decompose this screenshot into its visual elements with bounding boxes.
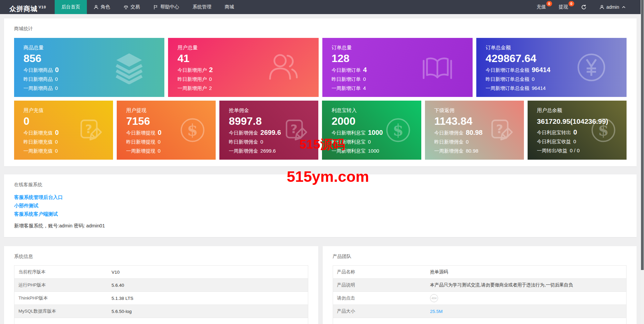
scrollbar-track[interactable]	[641, 0, 644, 324]
product-size-link[interactable]: 25.5M	[430, 309, 443, 314]
service-links: 客服系统管理后台入口 小部件测试 客服系统客户端测试	[14, 193, 627, 218]
main-menu: 后台首页 角色 交易 帮助中心 系统管理 商城	[55, 0, 241, 14]
table-row: 产品名称 抢单源码	[333, 266, 627, 279]
card-stat-line: 今日新增佣金2699.6	[229, 129, 318, 136]
card-stat-line: 今日利息宝转出0	[537, 129, 627, 136]
table-row: MySQL数据库版本 5.6.50-log	[14, 305, 308, 318]
withdraw-button[interactable]: 提现 0	[552, 0, 575, 14]
card-stat-line: 一周新增订单总金额96414	[486, 85, 627, 92]
card-stat-line: 今日新增利息宝1000	[331, 129, 421, 136]
card-stat-line: 一周新增订单4	[332, 85, 473, 92]
card-title: 用户总余额	[537, 107, 627, 114]
card-title: 商品总量	[23, 45, 164, 51]
row-label: 产品名称	[333, 266, 426, 279]
stat-card-orders-total: 订单总量 128 今日新增订单4 昨日新增订单0 一周新增订单4	[322, 38, 473, 97]
system-info-panel: 系统信息 当前程序版本 V10 运行PHP版本 5.6.40 ThinkPHP版…	[4, 246, 318, 324]
card-stat-line: 今日新增订单4	[332, 66, 473, 73]
stats-cards-row1: 商品总量 856 今日新增商品0 昨日新增商品0 一周新增商品0 用户总量 41…	[14, 38, 627, 97]
recharge-badge: 0	[546, 1, 552, 6]
badge-404-link[interactable]: 404	[430, 294, 438, 302]
service-admin-entry-link[interactable]: 客服系统管理后台入口	[14, 193, 627, 202]
nav-item-label: 角色	[101, 4, 110, 10]
card-value: 41	[177, 53, 318, 64]
recharge-button[interactable]: 充值 0	[530, 0, 552, 14]
row-label: 当前程序版本	[14, 266, 108, 279]
bottom-panels: 系统信息 当前程序版本 V10 运行PHP版本 5.6.40 ThinkPHP版…	[4, 246, 637, 324]
app-title: 众拼商城	[9, 5, 38, 12]
card-stat-line: 昨日新增提现0	[126, 139, 216, 145]
table-row	[333, 318, 627, 324]
table-row: 当前程序版本 V10	[14, 266, 308, 279]
stat-card-order-amount: 订单总金额 429867.64 今日新增订单总金额96414 昨日新增订单总金额…	[476, 38, 627, 97]
nav-item-label: 商城	[225, 4, 234, 10]
scrollbar-thumb[interactable]	[641, 0, 644, 270]
nav-item-label: 后台首页	[61, 4, 80, 10]
chevron-up-icon	[621, 5, 626, 10]
card-stat-line: 一周新增商品0	[23, 85, 164, 92]
card-title: 用户提现	[126, 107, 216, 114]
stat-card-user-recharge: 用户充值 0 今日新增充值0 昨日新增充值0 一周新增充值0	[14, 101, 113, 160]
card-stat-line: 一周转出/收益0 / 0	[537, 147, 627, 154]
row-value: 5.1.38 LTS	[108, 292, 308, 305]
card-value: 361720.95(104236.99)	[537, 116, 627, 126]
nav-item-help-center[interactable]: 帮助中心	[147, 0, 186, 14]
row-value: 5.6.40	[108, 279, 308, 292]
nav-item-dashboard[interactable]: 后台首页	[55, 0, 87, 14]
recharge-label: 充值	[537, 4, 546, 10]
row-value: 5.6.50-log	[108, 305, 308, 318]
widget-test-link[interactable]: 小部件测试	[14, 202, 627, 210]
card-stat-line: 今日新增用户2	[177, 66, 318, 73]
card-value: 429867.64	[486, 53, 627, 64]
row-label: 运行PHP版本	[14, 279, 108, 292]
card-value: 0	[23, 115, 113, 127]
stat-card-sub-rebate: 下级返佣 1143.84 今日新增佣金80.98 昨日新增佣金0 一周新增佣金8…	[425, 101, 524, 160]
stat-card-user-withdraw: 用户提现 7156 今日新增提现0 昨日新增提现0 一周新增提现0	[117, 101, 216, 160]
card-value: 2000	[331, 115, 421, 127]
card-value: 856	[23, 53, 164, 64]
nav-item-roles[interactable]: 角色	[87, 0, 117, 14]
navbar-right: 充值 0 提现 0 admin	[530, 0, 644, 14]
nav-item-label: 系统管理	[193, 4, 211, 10]
row-label: 产品大小	[333, 305, 426, 318]
table-row: ThinkPHP版本 5.1.38 LTS	[14, 292, 308, 305]
row-label: 产品说明	[333, 279, 426, 292]
card-title: 用户总量	[177, 45, 318, 51]
stat-card-goods-total: 商品总量 856 今日新增商品0 昨日新增商品0 一周新增商品0	[14, 38, 164, 97]
watermark-url: 515ym.com	[287, 168, 369, 185]
card-value: 8997.8	[229, 115, 318, 127]
nav-item-system[interactable]: 系统管理	[186, 0, 218, 14]
card-stat-line: 今日新增提现0	[126, 129, 216, 136]
refresh-icon	[581, 4, 587, 10]
row-value: V10	[108, 266, 308, 279]
flag-icon	[153, 5, 158, 10]
watermark-text: 515源码	[300, 136, 345, 153]
card-stat-line: 昨日新增佣金0	[434, 139, 524, 145]
card-stat-line: 昨日新增充值0	[23, 139, 113, 145]
system-info-title: 系统信息	[14, 254, 308, 260]
table-row: 产品大小 25.5M	[333, 305, 627, 318]
top-navbar: 众拼商城V10 后台首页 角色 交易 帮助中心 系统管理 商城 充值 0 提现 …	[0, 0, 644, 14]
user-menu[interactable]: admin	[593, 0, 633, 14]
scales-icon	[123, 5, 128, 10]
nav-item-label: 帮助中心	[160, 4, 179, 10]
stat-card-users-total: 用户总量 41 今日新增用户2 昨日新增用户0 一周新增用户2	[168, 38, 318, 97]
card-title: 抢单佣金	[229, 107, 318, 114]
card-stat-line: 昨日新增订单总金额0	[486, 76, 627, 83]
table-row: 请勿点击 404	[333, 292, 627, 305]
nav-item-mall[interactable]: 商城	[218, 0, 241, 14]
nav-item-trade[interactable]: 交易	[117, 0, 147, 14]
refresh-button[interactable]	[575, 0, 593, 14]
service-client-test-link[interactable]: 客服系统客户端测试	[14, 210, 627, 218]
product-team-table: 产品名称 抢单源码 产品说明 本产品只为学习测试交流,请勿要做商业或者用于违法行…	[333, 265, 627, 324]
card-stat-line: 昨日新增订单0	[332, 76, 473, 83]
card-value: 1143.84	[434, 115, 524, 127]
row-label: 请勿点击	[333, 292, 426, 305]
product-team-title: 产品团队	[333, 254, 627, 260]
table-row: 运行PHP版本 5.6.40	[14, 279, 308, 292]
card-title: 利息宝转入	[331, 107, 421, 114]
nav-item-label: 交易	[130, 4, 140, 10]
withdraw-label: 提现	[559, 4, 568, 10]
card-title: 下级返佣	[434, 107, 524, 114]
card-title: 订单总金额	[486, 45, 627, 51]
service-account-note: 新增客服系统，账号:admin 密码: admin01	[14, 223, 627, 229]
